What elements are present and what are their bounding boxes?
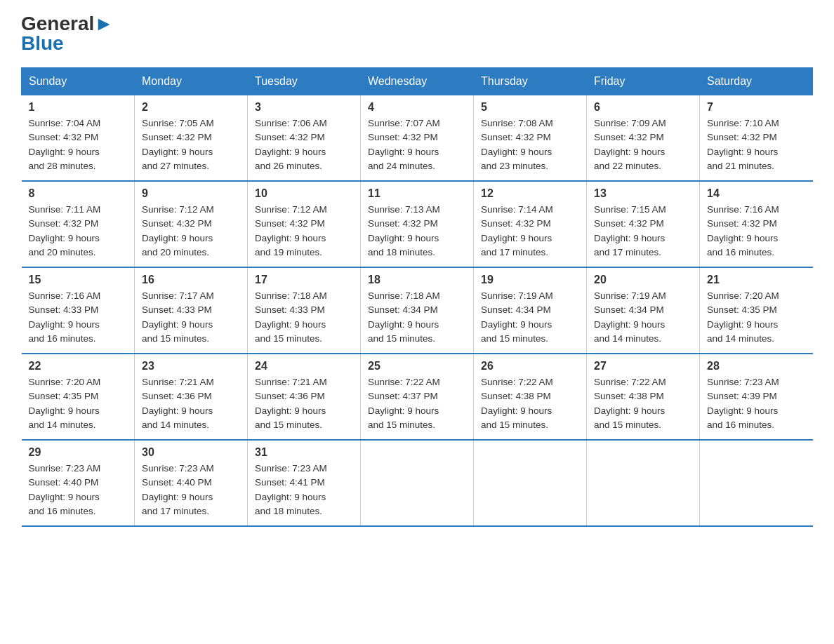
day-number: 23 [142,360,240,373]
day-info: Sunrise: 7:16 AMSunset: 4:32 PMDaylight:… [707,203,806,260]
day-cell: 29 Sunrise: 7:23 AMSunset: 4:40 PMDaylig… [22,440,135,526]
day-cell: 14 Sunrise: 7:16 AMSunset: 4:32 PMDaylig… [700,181,813,267]
header-saturday: Saturday [700,68,813,95]
day-cell: 21 Sunrise: 7:20 AMSunset: 4:35 PMDaylig… [700,267,813,354]
day-cell: 15 Sunrise: 7:16 AMSunset: 4:33 PMDaylig… [22,267,135,354]
day-info: Sunrise: 7:23 AMSunset: 4:40 PMDaylight:… [29,462,128,518]
day-info: Sunrise: 7:11 AMSunset: 4:32 PMDaylight:… [29,203,128,260]
day-cell: 23 Sunrise: 7:21 AMSunset: 4:36 PMDaylig… [135,354,248,440]
day-number: 7 [707,101,806,114]
header-friday: Friday [587,68,700,95]
day-number: 22 [29,360,128,373]
day-number: 3 [255,101,353,114]
page-header: General► Blue [21,14,813,53]
day-info: Sunrise: 7:19 AMSunset: 4:34 PMDaylight:… [481,289,579,346]
day-number: 11 [368,187,466,200]
day-info: Sunrise: 7:22 AMSunset: 4:37 PMDaylight:… [368,375,466,432]
day-info: Sunrise: 7:07 AMSunset: 4:32 PMDaylight:… [368,116,466,173]
day-number: 16 [142,274,240,286]
day-number: 5 [481,101,579,114]
day-cell: 3 Sunrise: 7:06 AMSunset: 4:32 PMDayligh… [248,95,361,182]
day-cell: 2 Sunrise: 7:05 AMSunset: 4:32 PMDayligh… [135,95,248,182]
day-number: 17 [255,274,353,286]
header-wednesday: Wednesday [361,68,474,95]
day-cell: 16 Sunrise: 7:17 AMSunset: 4:33 PMDaylig… [135,267,248,354]
day-cell: 5 Sunrise: 7:08 AMSunset: 4:32 PMDayligh… [474,95,587,182]
day-cell: 7 Sunrise: 7:10 AMSunset: 4:32 PMDayligh… [700,95,813,182]
day-cell: 24 Sunrise: 7:21 AMSunset: 4:36 PMDaylig… [248,354,361,440]
day-info: Sunrise: 7:18 AMSunset: 4:34 PMDaylight:… [368,289,466,346]
day-number: 12 [481,187,579,200]
day-number: 31 [255,446,353,459]
day-cell: 17 Sunrise: 7:18 AMSunset: 4:33 PMDaylig… [248,267,361,354]
day-info: Sunrise: 7:18 AMSunset: 4:33 PMDaylight:… [255,289,353,346]
day-info: Sunrise: 7:15 AMSunset: 4:32 PMDaylight:… [594,203,692,260]
day-info: Sunrise: 7:23 AMSunset: 4:40 PMDaylight:… [142,462,240,518]
day-info: Sunrise: 7:21 AMSunset: 4:36 PMDaylight:… [255,375,353,432]
logo-arrow-shape: ► [94,13,114,34]
day-info: Sunrise: 7:17 AMSunset: 4:33 PMDaylight:… [142,289,240,346]
day-info: Sunrise: 7:12 AMSunset: 4:32 PMDaylight:… [142,203,240,260]
day-cell [587,440,700,526]
day-number: 1 [29,101,128,114]
day-cell: 31 Sunrise: 7:23 AMSunset: 4:41 PMDaylig… [248,440,361,526]
calendar-header-row: SundayMondayTuesdayWednesdayThursdayFrid… [22,68,813,95]
day-cell: 9 Sunrise: 7:12 AMSunset: 4:32 PMDayligh… [135,181,248,267]
day-info: Sunrise: 7:22 AMSunset: 4:38 PMDaylight:… [481,375,579,432]
day-info: Sunrise: 7:22 AMSunset: 4:38 PMDaylight:… [594,375,692,432]
day-info: Sunrise: 7:19 AMSunset: 4:34 PMDaylight:… [594,289,692,346]
day-info: Sunrise: 7:16 AMSunset: 4:33 PMDaylight:… [29,289,128,346]
day-cell [474,440,587,526]
day-info: Sunrise: 7:21 AMSunset: 4:36 PMDaylight:… [142,375,240,432]
day-number: 19 [481,274,579,286]
header-monday: Monday [135,68,248,95]
week-row-5: 29 Sunrise: 7:23 AMSunset: 4:40 PMDaylig… [22,440,813,526]
day-info: Sunrise: 7:09 AMSunset: 4:32 PMDaylight:… [594,116,692,173]
day-number: 15 [29,274,128,286]
day-cell: 1 Sunrise: 7:04 AMSunset: 4:32 PMDayligh… [22,95,135,182]
day-number: 29 [29,446,128,459]
day-cell: 25 Sunrise: 7:22 AMSunset: 4:37 PMDaylig… [361,354,474,440]
day-number: 2 [142,101,240,114]
day-number: 10 [255,187,353,200]
day-info: Sunrise: 7:13 AMSunset: 4:32 PMDaylight:… [368,203,466,260]
day-cell: 19 Sunrise: 7:19 AMSunset: 4:34 PMDaylig… [474,267,587,354]
day-number: 21 [707,274,806,286]
header-sunday: Sunday [22,68,135,95]
day-cell: 6 Sunrise: 7:09 AMSunset: 4:32 PMDayligh… [587,95,700,182]
calendar-table: SundayMondayTuesdayWednesdayThursdayFrid… [21,67,813,527]
day-number: 25 [368,360,466,373]
day-info: Sunrise: 7:05 AMSunset: 4:32 PMDaylight:… [142,116,240,173]
day-cell: 27 Sunrise: 7:22 AMSunset: 4:38 PMDaylig… [587,354,700,440]
day-cell: 13 Sunrise: 7:15 AMSunset: 4:32 PMDaylig… [587,181,700,267]
week-row-1: 1 Sunrise: 7:04 AMSunset: 4:32 PMDayligh… [22,95,813,182]
day-cell: 10 Sunrise: 7:12 AMSunset: 4:32 PMDaylig… [248,181,361,267]
day-info: Sunrise: 7:14 AMSunset: 4:32 PMDaylight:… [481,203,579,260]
day-number: 20 [594,274,692,286]
day-cell [700,440,813,526]
day-number: 9 [142,187,240,200]
day-number: 8 [29,187,128,200]
day-number: 6 [594,101,692,114]
week-row-4: 22 Sunrise: 7:20 AMSunset: 4:35 PMDaylig… [22,354,813,440]
logo-blue-text: Blue [21,34,64,53]
day-number: 14 [707,187,806,200]
day-cell: 26 Sunrise: 7:22 AMSunset: 4:38 PMDaylig… [474,354,587,440]
day-number: 13 [594,187,692,200]
week-row-2: 8 Sunrise: 7:11 AMSunset: 4:32 PMDayligh… [22,181,813,267]
day-info: Sunrise: 7:08 AMSunset: 4:32 PMDaylight:… [481,116,579,173]
day-cell: 28 Sunrise: 7:23 AMSunset: 4:39 PMDaylig… [700,354,813,440]
day-info: Sunrise: 7:23 AMSunset: 4:41 PMDaylight:… [255,462,353,518]
day-cell: 12 Sunrise: 7:14 AMSunset: 4:32 PMDaylig… [474,181,587,267]
day-number: 30 [142,446,240,459]
day-cell [361,440,474,526]
day-number: 27 [594,360,692,373]
day-cell: 18 Sunrise: 7:18 AMSunset: 4:34 PMDaylig… [361,267,474,354]
day-info: Sunrise: 7:12 AMSunset: 4:32 PMDaylight:… [255,203,353,260]
day-cell: 22 Sunrise: 7:20 AMSunset: 4:35 PMDaylig… [22,354,135,440]
header-tuesday: Tuesday [248,68,361,95]
day-info: Sunrise: 7:23 AMSunset: 4:39 PMDaylight:… [707,375,806,432]
day-info: Sunrise: 7:06 AMSunset: 4:32 PMDaylight:… [255,116,353,173]
week-row-3: 15 Sunrise: 7:16 AMSunset: 4:33 PMDaylig… [22,267,813,354]
day-cell: 30 Sunrise: 7:23 AMSunset: 4:40 PMDaylig… [135,440,248,526]
